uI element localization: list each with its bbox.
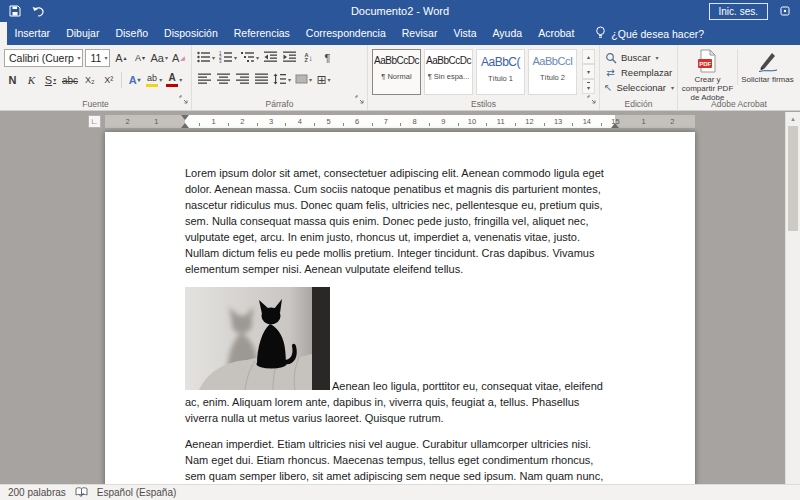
styles-scroll-down-button[interactable]: ▾ — [582, 64, 595, 79]
chevron-down-icon: ▾ — [212, 55, 215, 61]
select-button[interactable]: ↖ Seleccionar ▾ — [604, 80, 673, 95]
text-effects-button[interactable]: A▾ — [126, 71, 143, 89]
ribbon: Calibri (Cuerp ▾ 11 ▾ A▴ A▾ Aa▾ A◢ N K S… — [0, 45, 800, 111]
borders-icon: ⊞ — [316, 73, 326, 87]
tab-selector-button[interactable]: ∟ — [88, 115, 101, 128]
ruler-number: 5 — [326, 117, 330, 126]
style-titulo-1[interactable]: AaBbC( Título 1 — [476, 49, 525, 95]
bullets-button[interactable]: ▾ — [196, 49, 216, 67]
dialog-launcher-icon[interactable] — [179, 90, 188, 108]
group-label-fuente: Fuente — [0, 99, 191, 109]
group-label-estilos: Estilos — [368, 99, 599, 109]
bold-button[interactable]: N — [4, 71, 21, 89]
bullets-icon — [197, 51, 211, 65]
underline-button[interactable]: S▾ — [42, 71, 59, 89]
hanging-indent-marker[interactable] — [181, 123, 189, 128]
language-indicator[interactable]: Español (España) — [97, 487, 177, 498]
clear-formatting-button[interactable]: A◢ — [170, 49, 187, 67]
paragraph-1[interactable]: Lorem ipsum dolor sit amet, consectetuer… — [185, 165, 615, 277]
justify-button[interactable] — [253, 71, 270, 89]
style-preview: AaBbCcDc — [373, 56, 420, 66]
tab-acrobat[interactable]: Acrobat — [530, 22, 582, 45]
vertical-scrollbar[interactable]: ▲ — [785, 112, 800, 484]
decrease-indent-button[interactable] — [262, 49, 279, 67]
italic-button[interactable]: K — [23, 71, 40, 89]
create-pdf-label: Crear y compartir PDF de Adobe — [679, 75, 736, 102]
create-pdf-button[interactable]: PDF Crear y compartir PDF de Adobe — [679, 47, 736, 97]
document-area: ∟ 2112345678910111213141512 Lorem ipsum … — [0, 112, 800, 484]
font-size-combo[interactable]: 11 ▾ — [85, 49, 110, 67]
ruler-tick — [257, 123, 258, 126]
styles-scroll-up-button[interactable]: ▴ — [582, 49, 595, 64]
tab-diseno[interactable]: Diseño — [107, 22, 156, 45]
signature-pen-icon — [757, 49, 779, 75]
align-center-icon — [217, 73, 231, 87]
ruler-tick — [314, 123, 315, 126]
scroll-up-icon[interactable]: ▲ — [786, 112, 800, 125]
paragraph-2[interactable]: Aenean leo ligula, porttitor eu, consequ… — [185, 287, 615, 426]
tab-vista[interactable]: Vista — [445, 22, 484, 45]
request-signatures-button[interactable]: Solicitar firmas — [739, 47, 796, 97]
find-button[interactable]: Buscar ▾ — [604, 50, 673, 65]
scrollbar-thumb[interactable] — [788, 126, 798, 231]
numbering-button[interactable]: 123▾ — [218, 49, 238, 67]
down-arrow-icon: ▾ — [142, 55, 145, 61]
tab-disposicion[interactable]: Disposición — [156, 22, 226, 45]
ruler-number: 4 — [298, 117, 302, 126]
multilevel-list-button[interactable]: ▾ — [240, 49, 260, 67]
shrink-font-button[interactable]: A▾ — [131, 49, 148, 67]
style-normal[interactable]: AaBbCcDc ¶ Normal — [372, 49, 421, 95]
ruler-number: 1 — [212, 117, 216, 126]
chevron-down-icon: ▾ — [656, 55, 659, 61]
grow-font-button[interactable]: A▴ — [112, 49, 129, 67]
dialog-launcher-icon[interactable] — [587, 90, 596, 108]
line-spacing-button[interactable]: ▾ — [272, 71, 292, 89]
ruler-number: 11 — [497, 117, 505, 126]
style-titulo-2[interactable]: AaBbCcI Título 2 — [528, 49, 577, 95]
tab-correspondencia[interactable]: Correspondencia — [298, 22, 394, 45]
subscript-button[interactable]: X₂ — [81, 71, 98, 89]
spellcheck-icon[interactable] — [75, 487, 88, 498]
borders-button[interactable]: ⊞▾ — [315, 71, 332, 89]
paragraph-3[interactable]: Aenean imperdiet. Etiam ultricies nisi v… — [185, 436, 615, 484]
align-right-button[interactable] — [234, 71, 251, 89]
chevron-down-icon: ▾ — [309, 77, 312, 83]
ruler-tick — [601, 123, 602, 126]
replace-button[interactable]: ⇄ Reemplazar — [604, 65, 673, 80]
up-arrow-icon: ▴ — [124, 55, 127, 61]
group-label-parrafo: Párrafo — [192, 99, 367, 109]
tab-referencias[interactable]: Referencias — [226, 22, 298, 45]
highlight-color-button[interactable]: ab▾ — [145, 71, 163, 89]
undo-icon[interactable] — [32, 6, 45, 17]
increase-indent-button[interactable] — [281, 49, 298, 67]
tab-revisar[interactable]: Revisar — [394, 22, 446, 45]
font-name-combo[interactable]: Calibri (Cuerp ▾ — [4, 49, 83, 67]
word-count[interactable]: 200 palabras — [8, 487, 66, 498]
document-image-cat[interactable] — [185, 287, 330, 390]
align-left-button[interactable] — [196, 71, 213, 89]
document-page[interactable]: Lorem ipsum dolor sit amet, consectetuer… — [105, 132, 695, 484]
save-icon[interactable] — [9, 5, 21, 17]
dialog-launcher-icon[interactable] — [355, 90, 364, 108]
style-sin-espaciado[interactable]: AaBbCcDc ¶ Sin espa... — [424, 49, 473, 95]
font-color-button[interactable]: A▾ — [165, 71, 183, 89]
sign-in-button[interactable]: Inic. ses. — [709, 3, 768, 20]
styles-gallery: AaBbCcDc ¶ Normal AaBbCcDc ¶ Sin espa...… — [372, 48, 595, 95]
change-case-button[interactable]: Aa▾ — [150, 49, 168, 67]
multilevel-list-icon — [241, 51, 255, 65]
tab-dibujar[interactable]: Dibujar — [58, 22, 107, 45]
tab-ayuda[interactable]: Ayuda — [485, 22, 531, 45]
strikethrough-button[interactable]: abc — [61, 71, 79, 89]
find-label: Buscar — [621, 52, 651, 63]
show-marks-button[interactable]: ¶ — [319, 49, 336, 67]
titlebar: Documento2 - Word Inic. ses. — [0, 0, 800, 22]
first-line-indent-marker[interactable] — [181, 115, 189, 120]
align-center-button[interactable] — [215, 71, 232, 89]
chevron-down-icon: ▾ — [74, 55, 80, 61]
sort-button[interactable]: AZ↓ — [300, 49, 317, 67]
tell-me-search[interactable]: ¿Qué desea hacer? — [595, 22, 704, 45]
superscript-button[interactable]: X² — [100, 71, 117, 89]
shading-button[interactable]: ▾ — [294, 71, 313, 89]
tab-insertar[interactable]: Insertar — [7, 22, 59, 45]
window-button-icon[interactable] — [780, 2, 790, 20]
